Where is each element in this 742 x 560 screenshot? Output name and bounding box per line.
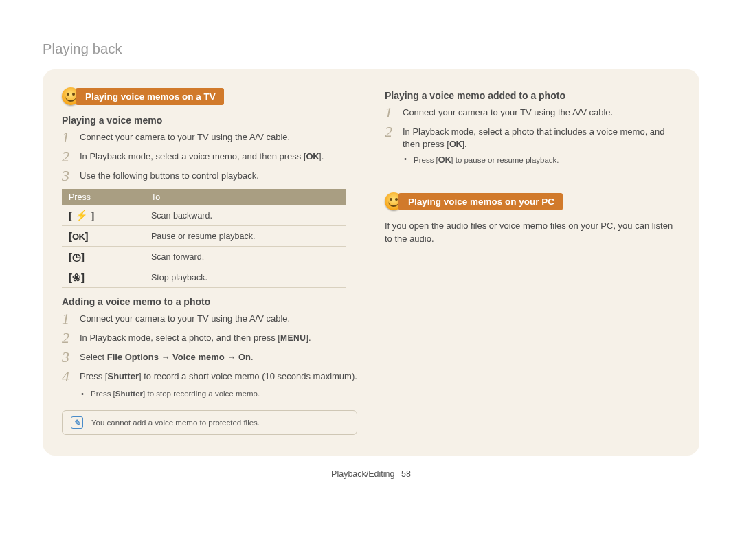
- key-ok: [OK]: [62, 226, 144, 247]
- table-desc: Stop playback.: [144, 267, 346, 288]
- ok-icon: OK: [449, 139, 462, 149]
- key-macro: [❀]: [62, 267, 144, 288]
- heading-pill-pc: Playing voice memos on your PC: [385, 192, 680, 210]
- menu-icon: MENU: [280, 333, 306, 343]
- ok-icon: OK: [72, 232, 85, 242]
- ok-icon: OK: [438, 155, 451, 165]
- key-flash: [ ⚡ ]: [62, 205, 144, 226]
- left-column: Playing voice memos on a TV Playing a vo…: [62, 87, 357, 435]
- pill-label: Playing voice memos on a TV: [76, 88, 224, 105]
- step-text: Connect your camera to your TV using the…: [403, 107, 680, 119]
- page-footer: Playback/Editing 58: [43, 469, 699, 479]
- steps-memo-added-photo: 1Connect your camera to your TV using th…: [385, 107, 680, 150]
- pc-paragraph: If you open the audio files or voice mem…: [385, 220, 680, 245]
- page-number: 58: [401, 469, 411, 479]
- note-icon: ✎: [71, 416, 83, 429]
- table-header-to: To: [144, 189, 346, 205]
- pill-label: Playing voice memos on your PC: [398, 193, 563, 210]
- ok-icon: OK: [306, 151, 319, 161]
- table-desc: Scan backward.: [144, 205, 346, 226]
- step-text: Press [Shutter] to record a short voice …: [80, 370, 357, 383]
- key-timer: [◷]: [62, 247, 144, 267]
- section-title: Playing back: [43, 41, 699, 57]
- bullets-memo-photo: Press [OK] to pause or resume playback.: [385, 155, 680, 165]
- step-text: Connect your camera to your TV using the…: [80, 313, 357, 325]
- flash-icon: ⚡: [75, 210, 88, 221]
- note-box: ✎ You cannot add a voice memo to protect…: [62, 410, 357, 435]
- step-text: In Playback mode, select a voice memo, a…: [80, 150, 357, 163]
- table-row: [◷] Scan forward.: [62, 247, 346, 267]
- table-row: [OK] Pause or resume playback.: [62, 226, 346, 247]
- controls-table: Press To [ ⚡ ] Scan backward. [OK] Pause…: [62, 189, 346, 288]
- macro-icon: ❀: [72, 272, 81, 282]
- table-desc: Pause or resume playback.: [144, 226, 346, 247]
- timer-icon: ◷: [72, 251, 81, 262]
- right-column: Playing a voice memo added to a photo 1C…: [385, 87, 680, 435]
- steps-adding-memo: 1Connect your camera to your TV using th…: [62, 313, 357, 385]
- step-text: Connect your camera to your TV using the…: [80, 131, 357, 144]
- table-row: [ ⚡ ] Scan backward.: [62, 205, 346, 226]
- steps-voice-memo: 1Connect your camera to your TV using th…: [62, 131, 357, 185]
- bullets-adding-memo: Press [Shutter] to stop recording a voic…: [62, 390, 357, 398]
- bullet-item: Press [OK] to pause or resume playback.: [404, 155, 680, 165]
- subheading-memo-added-photo: Playing a voice memo added to a photo: [385, 90, 680, 101]
- content-card: Playing voice memos on a TV Playing a vo…: [43, 69, 699, 456]
- table-header-press: Press: [62, 189, 144, 205]
- step-text: Use the following buttons to control pla…: [80, 170, 357, 182]
- heading-pill-tv: Playing voice memos on a TV: [62, 87, 357, 105]
- subheading-adding-memo: Adding a voice memo to a photo: [62, 296, 357, 307]
- note-text: You cannot add a voice memo to protected…: [91, 418, 260, 427]
- step-text: In Playback mode, select a photo that in…: [403, 126, 680, 150]
- table-row: [❀] Stop playback.: [62, 267, 346, 288]
- step-text: In Playback mode, select a photo, and th…: [80, 332, 357, 344]
- bullet-item: Press [Shutter] to stop recording a voic…: [81, 390, 357, 398]
- table-desc: Scan forward.: [144, 247, 346, 267]
- step-text: Select File Options → Voice memo → On.: [80, 351, 357, 363]
- footer-section-label: Playback/Editing: [331, 469, 394, 479]
- subheading-playing-voice-memo: Playing a voice memo: [62, 115, 357, 126]
